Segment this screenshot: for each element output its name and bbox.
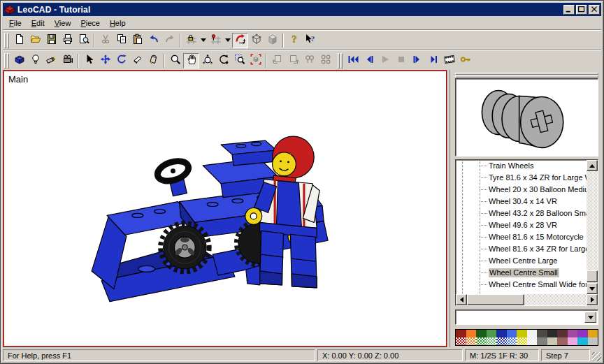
color-swatch[interactable] bbox=[496, 330, 507, 337]
play-button[interactable] bbox=[377, 53, 393, 68]
piece-item[interactable]: Wheel 49.6 x 28 VR bbox=[456, 219, 587, 231]
roll-button[interactable] bbox=[215, 53, 231, 68]
maximize-button[interactable] bbox=[576, 5, 587, 15]
help-button[interactable]: ? bbox=[286, 33, 302, 48]
zoom-extents-button[interactable] bbox=[247, 53, 264, 68]
color-swatch[interactable] bbox=[476, 330, 487, 337]
scroll-down-button[interactable] bbox=[587, 283, 598, 294]
select-button[interactable] bbox=[81, 53, 97, 68]
color-swatch[interactable] bbox=[568, 337, 578, 345]
color-swatch-translucent[interactable] bbox=[487, 337, 497, 345]
spotlight-button[interactable] bbox=[43, 53, 59, 68]
color-swatch[interactable] bbox=[557, 337, 568, 345]
viewport-main[interactable]: Main bbox=[3, 71, 447, 347]
piece-list-vscroll[interactable] bbox=[587, 160, 598, 294]
paint-button[interactable] bbox=[145, 53, 161, 68]
color-swatch-translucent[interactable] bbox=[496, 337, 507, 345]
animation-mode-button[interactable] bbox=[441, 53, 457, 68]
insert-piece-button[interactable] bbox=[11, 53, 27, 68]
redo-button[interactable] bbox=[161, 33, 178, 48]
scroll-right-button[interactable] bbox=[587, 294, 598, 305]
zoom-region-button[interactable] bbox=[231, 53, 247, 68]
color-swatch[interactable] bbox=[456, 330, 466, 337]
context-help-button[interactable]: ? bbox=[302, 33, 318, 48]
menu-view[interactable]: View bbox=[50, 17, 76, 29]
piece-preview[interactable] bbox=[455, 78, 598, 156]
toolbar-grip[interactable] bbox=[4, 53, 10, 68]
stop-button[interactable] bbox=[393, 53, 409, 68]
piece-item[interactable]: Wheel 81.6 x 15 Motorcycle bbox=[456, 231, 587, 243]
color-swatch-translucent[interactable] bbox=[507, 337, 517, 345]
solid-view-button[interactable] bbox=[264, 33, 280, 48]
piece-rotate-button[interactable] bbox=[301, 53, 317, 68]
close-button[interactable] bbox=[589, 5, 600, 15]
piece-item[interactable]: Wheel 20 x 30 Balloon Medium bbox=[456, 184, 587, 196]
undo-button[interactable] bbox=[145, 33, 161, 48]
zoom-button[interactable] bbox=[167, 53, 183, 68]
first-step-button[interactable] bbox=[345, 53, 361, 68]
piece-item[interactable]: Train Wheels bbox=[456, 160, 587, 172]
piece-next-button[interactable] bbox=[285, 53, 301, 68]
scroll-left-button[interactable] bbox=[456, 294, 467, 305]
color-swatch-translucent[interactable] bbox=[527, 337, 538, 345]
menu-edit[interactable]: Edit bbox=[27, 17, 50, 29]
color-swatch-translucent[interactable] bbox=[476, 337, 487, 345]
rotate-view-button[interactable] bbox=[199, 53, 215, 68]
piece-item-selected[interactable]: Wheel Centre Small bbox=[456, 267, 587, 279]
scroll-up-button[interactable] bbox=[587, 160, 598, 171]
angle-snap-button[interactable] bbox=[232, 33, 248, 48]
color-swatch[interactable] bbox=[517, 330, 527, 337]
piece-list-hscroll[interactable] bbox=[456, 294, 598, 305]
combo-dropdown-button[interactable] bbox=[584, 312, 596, 323]
panel-grip[interactable] bbox=[455, 71, 598, 78]
piece-views-button[interactable] bbox=[317, 53, 333, 68]
rotate-button[interactable] bbox=[113, 53, 129, 68]
menu-piece[interactable]: Piece bbox=[76, 17, 105, 29]
move-snap-dropdown[interactable] bbox=[224, 33, 232, 48]
erase-button[interactable] bbox=[129, 53, 145, 68]
add-keys-button[interactable] bbox=[457, 53, 473, 68]
color-swatch[interactable] bbox=[466, 330, 477, 337]
move-snap-button[interactable] bbox=[208, 33, 224, 48]
next-step-button[interactable] bbox=[409, 53, 425, 68]
lock-snap-dropdown[interactable] bbox=[199, 33, 208, 48]
color-swatch-translucent[interactable] bbox=[466, 337, 477, 345]
color-swatch[interactable] bbox=[537, 337, 547, 345]
minimize-button[interactable] bbox=[563, 5, 575, 15]
move-button[interactable] bbox=[97, 53, 113, 68]
print-preview-button[interactable] bbox=[76, 33, 92, 48]
resize-grip[interactable] bbox=[592, 352, 601, 361]
piece-item[interactable]: Wheel 30.4 x 14 VR bbox=[456, 196, 587, 208]
copy-button[interactable] bbox=[113, 33, 129, 48]
toolbar-grip[interactable] bbox=[338, 53, 343, 68]
vscroll-thumb[interactable] bbox=[587, 270, 598, 282]
paste-button[interactable] bbox=[129, 33, 145, 48]
vscroll-track[interactable] bbox=[587, 171, 598, 283]
piece-item[interactable]: Wheel Centre Small Wide for S bbox=[456, 279, 587, 291]
camera-button[interactable] bbox=[59, 53, 76, 68]
color-swatch[interactable] bbox=[527, 330, 538, 337]
color-swatch[interactable] bbox=[537, 330, 547, 337]
open-file-button[interactable] bbox=[27, 33, 43, 48]
save-button[interactable] bbox=[43, 33, 59, 48]
menu-file[interactable]: File bbox=[4, 17, 27, 29]
piece-previous-button[interactable] bbox=[269, 53, 285, 68]
color-swatch[interactable] bbox=[507, 330, 517, 337]
color-swatch[interactable] bbox=[547, 337, 558, 345]
wireframe-view-button[interactable] bbox=[248, 33, 264, 48]
color-swatch[interactable] bbox=[588, 330, 598, 337]
piece-item[interactable]: Wheel 43.2 x 28 Balloon Small bbox=[456, 208, 587, 219]
color-swatch[interactable] bbox=[568, 330, 578, 337]
lock-snap-button[interactable] bbox=[183, 33, 199, 48]
color-swatch[interactable] bbox=[557, 330, 568, 337]
menu-help[interactable]: Help bbox=[105, 17, 131, 29]
color-swatch[interactable] bbox=[547, 330, 558, 337]
color-swatch-translucent[interactable] bbox=[517, 337, 527, 345]
print-button[interactable] bbox=[59, 33, 76, 48]
color-swatch[interactable] bbox=[487, 330, 497, 337]
last-step-button[interactable] bbox=[425, 53, 441, 68]
color-swatch[interactable] bbox=[577, 330, 588, 337]
color-swatch[interactable] bbox=[588, 337, 598, 345]
toolbar-grip[interactable] bbox=[4, 33, 10, 48]
color-swatch[interactable] bbox=[577, 337, 588, 345]
